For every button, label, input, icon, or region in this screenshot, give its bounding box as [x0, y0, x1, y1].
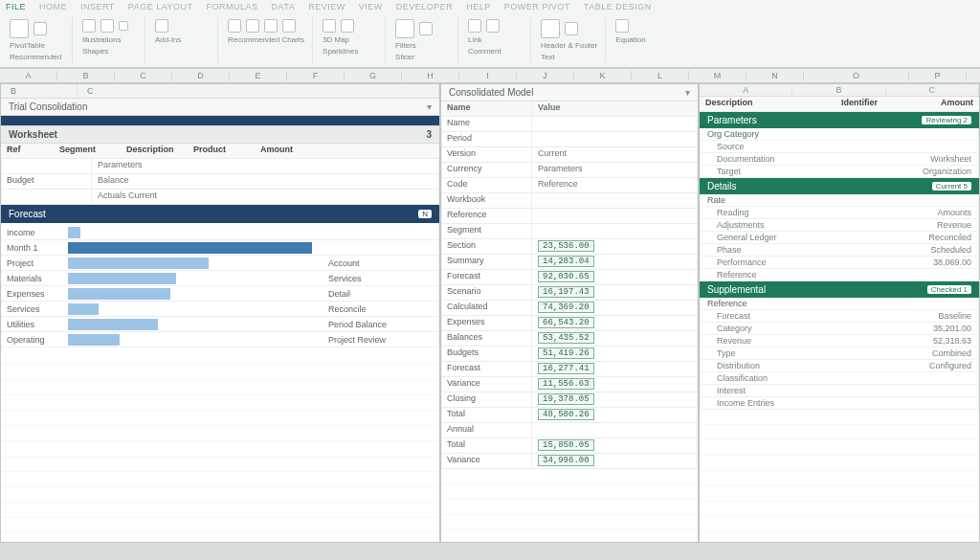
th[interactable]: Segment: [54, 144, 121, 158]
col-header[interactable]: L: [632, 71, 689, 80]
col-header[interactable]: O: [804, 71, 909, 80]
col-header[interactable]: J: [517, 71, 574, 80]
table-row[interactable]: Balances53,435.52: [441, 331, 698, 347]
group-header[interactable]: Supplemental Checked 1: [700, 281, 979, 298]
table-row[interactable]: Calculated74,369.20: [441, 301, 698, 316]
table-row[interactable]: Budgets51,419.26: [441, 347, 698, 362]
list-item[interactable]: ReadingAmounts: [700, 207, 979, 219]
list-item[interactable]: TypeCombined: [700, 347, 979, 360]
pivot-icon[interactable]: [10, 19, 29, 38]
table-row[interactable]: Closing19,378.05: [441, 392, 698, 408]
list-item[interactable]: Interest: [700, 385, 979, 397]
value-cell[interactable]: Reference: [532, 178, 698, 192]
ribbon-tab[interactable]: Home: [39, 2, 67, 11]
col-header[interactable]: K: [574, 71, 632, 80]
list-item[interactable]: DocumentationWorksheet: [700, 153, 979, 166]
timeline-icon[interactable]: [419, 22, 433, 35]
ribbon-tab[interactable]: Table Design: [584, 2, 652, 11]
chart-line-icon[interactable]: [246, 19, 259, 33]
chart-row[interactable]: OperatingProject Review: [1, 332, 439, 347]
ribbon-tab[interactable]: Review: [308, 2, 345, 11]
list-item[interactable]: Rate: [700, 194, 979, 207]
ribbon-tab[interactable]: Insert: [80, 2, 115, 11]
col-header[interactable]: N: [746, 71, 804, 80]
table-row[interactable]: Total15,850.05: [441, 438, 698, 454]
th[interactable]: Ref: [1, 144, 54, 158]
list-item[interactable]: AdjustmentsRevenue: [700, 219, 979, 232]
table-row[interactable]: Total48,580.26: [441, 408, 698, 423]
list-item[interactable]: Source: [700, 141, 979, 153]
list-item[interactable]: ForecastBaseline: [700, 310, 979, 323]
value-cell[interactable]: 51,419.26: [538, 347, 594, 359]
value-cell[interactable]: 34,996.00: [538, 455, 594, 466]
value-cell[interactable]: [532, 117, 698, 131]
value-cell[interactable]: 92,030.65: [538, 271, 594, 282]
table-row[interactable]: Variance34,996.00: [441, 454, 698, 469]
link-icon[interactable]: [468, 19, 481, 33]
table-row[interactable]: Actuals Current: [1, 190, 439, 205]
table-row[interactable]: CodeReference: [441, 178, 698, 193]
chart-bar-icon[interactable]: [228, 19, 241, 33]
chevron-down-icon[interactable]: ▾: [685, 87, 690, 98]
col-header[interactable]: A: [0, 71, 57, 80]
value-cell[interactable]: 14,283.04: [538, 256, 594, 267]
value-cell[interactable]: 53,435.52: [538, 332, 594, 344]
local-col[interactable]: C: [886, 84, 979, 96]
list-item[interactable]: TargetOrganization: [700, 166, 979, 178]
col-header[interactable]: D: [172, 71, 230, 80]
table-icon[interactable]: [33, 22, 47, 35]
col-header[interactable]: E: [230, 71, 287, 80]
value-cell[interactable]: [532, 224, 698, 238]
picture-icon[interactable]: [82, 19, 96, 33]
group-header[interactable]: Parameters Reviewing 2: [700, 112, 979, 128]
table-row[interactable]: Parameters: [1, 159, 439, 174]
value-cell[interactable]: Parameters: [532, 163, 698, 177]
local-col[interactable]: C: [78, 84, 439, 98]
equation-icon[interactable]: [615, 19, 629, 33]
value-cell[interactable]: 11,556.63: [538, 378, 594, 390]
list-item[interactable]: Classification: [700, 372, 979, 385]
spark-icon[interactable]: [341, 19, 354, 33]
th[interactable]: Description: [121, 144, 188, 158]
chart-row[interactable]: Month 1: [1, 240, 439, 256]
value-cell[interactable]: [532, 132, 698, 146]
table-row[interactable]: VersionCurrent: [441, 147, 698, 163]
th[interactable]: Identifier: [835, 97, 912, 111]
ribbon-tab[interactable]: Formulas: [207, 2, 258, 11]
empty-grid[interactable]: [700, 410, 979, 542]
slicer-icon[interactable]: [395, 19, 414, 38]
list-item[interactable]: Income Entries: [700, 397, 979, 410]
shapes-icon[interactable]: [100, 19, 114, 33]
chart-scatter-icon[interactable]: [282, 19, 296, 33]
table-row[interactable]: Reference: [441, 209, 698, 224]
addins-icon[interactable]: [155, 19, 168, 33]
col-header[interactable]: G: [345, 71, 402, 80]
local-col[interactable]: B: [1, 84, 78, 98]
list-item[interactable]: PhaseScheduled: [700, 244, 979, 257]
table-row[interactable]: Forecast92,030.65: [441, 270, 698, 285]
chart-row[interactable]: ProjectAccount: [1, 256, 439, 271]
list-item[interactable]: Category35,201.00: [700, 323, 979, 335]
ribbon-tab[interactable]: View: [359, 2, 383, 11]
value-cell[interactable]: [532, 423, 698, 437]
value-cell[interactable]: [532, 193, 698, 208]
col-header[interactable]: M: [689, 71, 746, 80]
list-item[interactable]: DistributionConfigured: [700, 360, 979, 372]
table-row[interactable]: Variance11,556.63: [441, 377, 698, 392]
empty-grid[interactable]: [1, 349, 439, 542]
group-header[interactable]: Details Current 5: [700, 178, 979, 194]
table-row[interactable]: Summary14,283.04: [441, 255, 698, 270]
map-icon[interactable]: [323, 19, 336, 33]
textbox-icon[interactable]: [565, 22, 578, 35]
chart-row[interactable]: ServicesReconcile: [1, 302, 439, 317]
ribbon-tab[interactable]: Developer: [396, 2, 454, 11]
value-cell[interactable]: 15,850.05: [538, 439, 594, 451]
ribbon-tab[interactable]: File: [6, 2, 26, 11]
table-row[interactable]: CurrencyParameters: [441, 163, 698, 178]
col-header[interactable]: C: [115, 71, 172, 80]
ribbon-tab[interactable]: Help: [466, 2, 491, 11]
th[interactable]: Description: [700, 97, 835, 111]
ribbon-tab[interactable]: Data: [272, 2, 296, 11]
table-row[interactable]: Forecast16,277.41: [441, 362, 698, 377]
list-item[interactable]: Reference: [700, 298, 979, 310]
